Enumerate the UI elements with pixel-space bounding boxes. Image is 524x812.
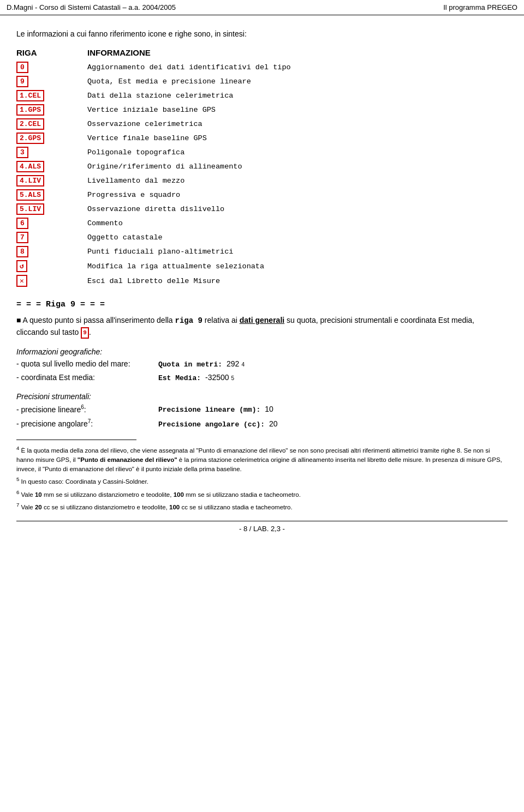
geo-row-value: -32500 <box>205 373 229 382</box>
row-desc: Modifica la riga attualmente selezionata <box>87 262 264 270</box>
geo-title: Informazioni geografiche: <box>16 347 508 356</box>
footnote-5: 5 In questo caso: Coordinata y Cassini-S… <box>16 476 508 486</box>
col-riga-header: RIGA <box>16 48 87 57</box>
prec-row: - precisione lineare6:Precisione lineare… <box>16 404 508 414</box>
row-desc: Vertice iniziale baseline GPS <box>87 106 216 114</box>
code-badge: 2.GPS <box>16 133 44 144</box>
riga9-title: = = = Riga 9 = = = <box>16 300 508 309</box>
page-header: D.Magni - Corso di Sistemi Catastali – a… <box>0 0 524 15</box>
row-code: 5.LIV <box>16 203 87 215</box>
reference-table: RIGA INFORMAZIONE 0Aggiornamento dei dat… <box>16 48 508 287</box>
table-row: 0Aggiornamento dei dati identificativi d… <box>16 62 508 73</box>
footnotes: 4 È la quota media della zona del riliev… <box>16 444 508 512</box>
riga9-body: ■ A questo punto si passa all'inseriment… <box>16 315 508 339</box>
table-row: 8Punti fiduciali plano-altimetrici <box>16 246 508 257</box>
riga9-text4: . <box>89 328 91 336</box>
table-row: 4.ALSOrigine/riferimento di allineamento <box>16 161 508 172</box>
row-code: 5.ALS <box>16 189 87 201</box>
row-code: 6 <box>16 218 87 229</box>
code-badge: 7 <box>16 232 28 243</box>
code-badge: 9 <box>16 76 28 87</box>
code-badge: 8 <box>16 246 28 257</box>
geo-row-field: Quota in metri: <box>158 360 222 369</box>
prec-title: Precisioni strumentali: <box>16 392 508 401</box>
row-desc: Punti fiduciali plano-altimetrici <box>87 248 233 256</box>
row-code: 1.GPS <box>16 104 87 116</box>
table-row: 5.ALSProgressiva e squadro <box>16 189 508 201</box>
code-badge: 6 <box>16 218 28 229</box>
main-content: Le informazioni a cui fanno riferimento … <box>0 24 524 544</box>
table-row: ✕Esci dal Libretto delle Misure <box>16 275 508 287</box>
footnote-7: 7 Vale 20 cc se si utilizzano distanziom… <box>16 501 508 512</box>
geo-row: - coordinata Est media:Est Media:-325005 <box>16 373 508 382</box>
row-code: 4.ALS <box>16 161 87 172</box>
table-row: 4.LIVLivellamento dal mezzo <box>16 175 508 187</box>
code-badge: ✕ <box>16 275 27 287</box>
geo-row-field: Est Media: <box>158 374 201 382</box>
col-info-header: INFORMAZIONE <box>87 48 151 57</box>
prec-row-sup: 7 <box>88 418 91 424</box>
prec-row-field: Precisione lineare (mm): <box>158 406 260 414</box>
riga9-bold1: riga 9 <box>175 316 203 325</box>
row-code: ↺ <box>16 260 87 272</box>
table-row: 1.GPSVertice iniziale baseline GPS <box>16 104 508 116</box>
prec-row-value: 20 <box>269 419 278 428</box>
table-header: RIGA INFORMAZIONE <box>16 48 508 57</box>
geo-section: Informazioni geografiche: - quota sul li… <box>16 347 508 382</box>
table-row: 3Poligonale topografica <box>16 147 508 158</box>
riga9-inline-key: 9 <box>81 327 89 339</box>
code-badge: 1.CEL <box>16 90 44 101</box>
bullet-icon: ■ <box>16 316 21 324</box>
table-row: 2.GPSVertice finale baseline GPS <box>16 133 508 144</box>
riga9-text1: A questo punto si passa all'inserimento … <box>23 316 175 324</box>
row-code: 9 <box>16 76 87 87</box>
riga9-bold2: dati generali <box>240 316 284 324</box>
row-desc: Origine/riferimento di allineamento <box>87 163 242 171</box>
code-badge: ↺ <box>16 260 27 272</box>
row-code: ✕ <box>16 275 87 287</box>
prec-row-value: 10 <box>265 405 273 413</box>
row-code: 4.LIV <box>16 175 87 187</box>
code-badge: 4.LIV <box>16 175 44 187</box>
intro-text: Le informazioni a cui fanno riferimento … <box>16 29 508 38</box>
code-badge: 4.ALS <box>16 161 44 172</box>
row-code: 2.GPS <box>16 133 87 144</box>
row-desc: Vertice finale baseline GPS <box>87 134 207 142</box>
row-code: 2.CEL <box>16 118 87 130</box>
code-badge: 3 <box>16 147 28 158</box>
prec-row-label: - precisione lineare6: <box>16 404 158 414</box>
prec-row-field: Precisione angolare (cc): <box>158 420 265 429</box>
header-right: Il programma PREGEO <box>443 3 517 11</box>
geo-row-label: - quota sul livello medio del mare: <box>16 359 158 368</box>
row-desc: Progressiva e squadro <box>87 191 180 199</box>
table-row: 1.CELDati della stazione celerimetrica <box>16 90 508 101</box>
geo-rows-container: - quota sul livello medio del mare:Quota… <box>16 359 508 382</box>
footnote-divider <box>16 440 136 440</box>
row-code: 8 <box>16 246 87 257</box>
code-badge: 5.ALS <box>16 189 44 201</box>
row-desc: Livellamento dal mezzo <box>87 177 184 185</box>
table-row: 5.LIVOsservazione diretta dislivello <box>16 203 508 215</box>
row-desc: Osservazione celerimetrica <box>87 120 203 128</box>
table-row: 2.CELOsservazione celerimetrica <box>16 118 508 130</box>
footnote-6: 6 Vale 10 mm se si utilizzano distanziom… <box>16 489 508 500</box>
row-desc: Aggiornamento dei dati identificativi de… <box>87 63 291 71</box>
row-desc: Quota, Est media e precisione lineare <box>87 77 251 86</box>
table-row: 6Commento <box>16 218 508 229</box>
row-desc: Dati della stazione celerimetrica <box>87 92 233 100</box>
code-badge: 1.GPS <box>16 104 44 116</box>
geo-row-sup: 4 <box>241 362 245 368</box>
footnote-4: 4 È la quota media della zona del riliev… <box>16 444 508 474</box>
geo-row-label: - coordinata Est media: <box>16 373 158 382</box>
riga9-text2: relativa ai <box>203 316 240 324</box>
row-desc: Osservazione diretta dislivello <box>87 205 224 213</box>
geo-row-value: 292 <box>227 359 239 368</box>
page-number: - 8 / LAB. 2,3 - <box>16 521 508 533</box>
geo-row: - quota sul livello medio del mare:Quota… <box>16 359 508 369</box>
row-desc: Esci dal Libretto delle Misure <box>87 277 220 285</box>
row-desc: Oggetto catastale <box>87 233 163 242</box>
prec-rows-container: - precisione lineare6:Precisione lineare… <box>16 404 508 429</box>
code-badge: 5.LIV <box>16 203 44 215</box>
row-desc: Commento <box>87 219 123 227</box>
code-badge: 2.CEL <box>16 118 44 130</box>
